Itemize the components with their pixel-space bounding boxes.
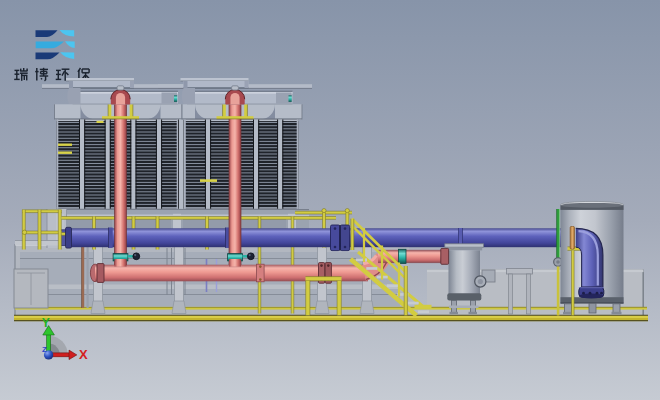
svg-text:Y: Y bbox=[42, 316, 50, 330]
svg-text:Z: Z bbox=[42, 345, 47, 354]
svg-text:X: X bbox=[79, 347, 88, 362]
